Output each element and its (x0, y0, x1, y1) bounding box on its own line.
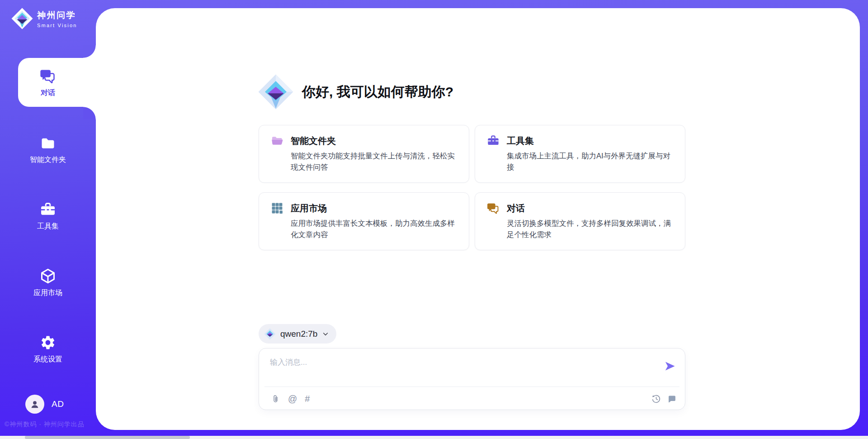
brand-name: 神州问学 (37, 10, 77, 21)
brand-logo: 神州问学 Smart Vision (11, 7, 77, 30)
model-selector[interactable]: qwen2:7b (259, 324, 336, 344)
history-icon[interactable] (651, 394, 661, 404)
feature-cards: 智能文件夹 智能文件夹功能支持批量文件上传与清洗，轻松实现文件问答 工具集 集成… (259, 125, 685, 250)
main-panel: 你好, 我可以如何帮助你? 智能文件夹 智能文件夹功能支持批量文件上传与清洗，轻… (96, 8, 860, 430)
brand-diamond-icon (11, 7, 33, 30)
greeting-title: 你好, 我可以如何帮助你? (302, 83, 453, 101)
cube-icon (40, 268, 56, 284)
chat-bubbles-icon (40, 68, 56, 84)
horizontal-scrollbar[interactable] (0, 436, 868, 439)
paperclip-icon[interactable] (271, 394, 280, 404)
brand-subtitle: Smart Vision (37, 23, 77, 28)
card-chat[interactable]: 对话 灵活切换多模型文件，支持多样回复效果调试，满足个性化需求 (475, 192, 685, 250)
card-app-market[interactable]: 应用市场 应用市场提供丰富长文本模板，助力高效生成多样化文章内容 (259, 192, 469, 250)
card-smart-folder[interactable]: 智能文件夹 智能文件夹功能支持批量文件上传与清洗，轻松实现文件问答 (259, 125, 469, 183)
horizontal-scrollbar-thumb[interactable] (25, 436, 190, 439)
chevron-down-icon (322, 330, 329, 338)
chat-bubbles-icon (487, 202, 500, 215)
card-description: 灵活切换多模型文件，支持多样回复效果调试，满足个性化需求 (507, 218, 674, 240)
sidebar-item-label: 对话 (0, 88, 96, 98)
footer-watermark: ©神州数码 · 神州问学出品 (5, 420, 85, 429)
person-icon (29, 398, 41, 410)
avatar (25, 395, 44, 414)
grid-icon (271, 202, 283, 215)
sidebar-item-app-market[interactable]: 应用市场 (0, 268, 96, 298)
card-description: 智能文件夹功能支持批量文件上传与清洗，轻松实现文件问答 (291, 150, 458, 173)
user-profile[interactable]: AD (25, 395, 64, 414)
sidebar-item-settings[interactable]: 系统设置 (0, 334, 96, 364)
chat-bubble-icon[interactable] (667, 394, 677, 404)
user-name: AD (52, 399, 64, 409)
toolbox-icon (40, 201, 56, 218)
sidebar-item-label: 智能文件夹 (0, 155, 96, 165)
composer-toolbar: @ # (271, 390, 677, 407)
card-title: 智能文件夹 (291, 135, 336, 147)
brand-diamond-icon (264, 328, 276, 340)
brand-text: 神州问学 Smart Vision (37, 10, 77, 28)
sidebar-item-toolset[interactable]: 工具集 (0, 201, 96, 231)
gear-icon (40, 334, 56, 351)
sidebar-item-smart-folder[interactable]: 智能文件夹 (0, 135, 96, 165)
folder-icon (40, 135, 56, 151)
card-description: 集成市场上主流工具，助力AI与外界无缝扩展与对接 (507, 150, 674, 173)
at-icon[interactable]: @ (288, 394, 297, 404)
sidebar-item-label: 系统设置 (0, 355, 96, 364)
card-title: 工具集 (507, 135, 534, 147)
composer: @ # (259, 348, 685, 410)
sidebar-item-label: 工具集 (0, 222, 96, 231)
hero: 你好, 我可以如何帮助你? (258, 74, 453, 110)
sidebar-item-label: 应用市场 (0, 288, 96, 298)
card-toolset[interactable]: 工具集 集成市场上主流工具，助力AI与外界无缝扩展与对接 (475, 125, 685, 183)
message-input[interactable] (270, 355, 650, 370)
model-name: qwen2:7b (280, 329, 317, 339)
sidebar-item-chat[interactable]: 对话 (0, 68, 96, 98)
composer-divider (264, 387, 679, 387)
sidebar: 神州问学 Smart Vision 对话 智能文件夹 工具集 (0, 0, 96, 439)
open-folder-icon (271, 134, 283, 147)
hash-icon[interactable]: # (305, 394, 310, 404)
card-title: 应用市场 (291, 202, 327, 215)
card-description: 应用市场提供丰富长文本模板，助力高效生成多样化文章内容 (291, 218, 458, 240)
send-icon[interactable] (664, 360, 676, 372)
active-tab-fillet-bottom (83, 107, 96, 119)
card-title: 对话 (507, 202, 525, 215)
active-tab-fillet-top (83, 45, 96, 58)
brand-diamond-icon (258, 74, 294, 110)
toolbox-icon (487, 134, 500, 147)
